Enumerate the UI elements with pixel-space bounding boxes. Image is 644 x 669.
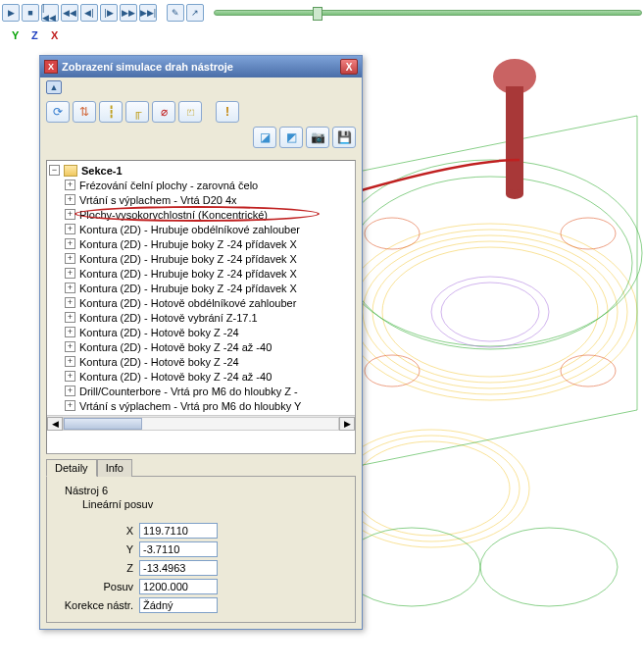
korekce-field[interactable]: [139, 597, 218, 613]
tool2-button[interactable]: ┇: [99, 101, 123, 123]
tree-item-label: Kontura (2D) - Hrubuje boky Z -24 přídav…: [79, 253, 297, 265]
slider-thumb[interactable]: [313, 7, 322, 21]
dialog-titlebar[interactable]: X Zobrazení simulace drah nástroje X: [40, 56, 362, 77]
tree-item[interactable]: +Kontura (2D) - Hotově obdélníkové zahlo…: [47, 295, 353, 310]
tool4-button[interactable]: ⌀: [152, 101, 175, 123]
tree-item[interactable]: +Drill/Counterbore - Vrtá pro M6 do hlou…: [47, 384, 353, 398]
tree-item[interactable]: +Kontura (2D) - Hrubuje boky Z -24 přída…: [47, 281, 353, 295]
expander-icon[interactable]: +: [65, 209, 75, 220]
expander-icon[interactable]: +: [65, 194, 75, 205]
toolpath-wireframe: [333, 57, 644, 669]
step-back-button[interactable]: ◀|: [80, 4, 98, 22]
detail-tabs: Detaily Info: [46, 458, 356, 476]
expander-icon[interactable]: +: [65, 238, 75, 249]
expander-icon[interactable]: +: [65, 386, 75, 396]
expander-icon[interactable]: +: [65, 312, 75, 323]
tree-root-row[interactable]: − Sekce-1: [47, 163, 353, 178]
tab-detaily[interactable]: Detaily: [46, 459, 97, 477]
operation-tree[interactable]: − Sekce-1 +Frézování čelní plochy - zaro…: [46, 160, 356, 454]
tree-item[interactable]: +Kontura (2D) - Hotově boky Z -24: [47, 354, 353, 369]
scroll-left-button[interactable]: ◀: [47, 417, 63, 431]
y-field[interactable]: [139, 541, 218, 557]
axis-y-label: Y: [12, 29, 19, 41]
expander-icon[interactable]: +: [65, 371, 75, 382]
svg-point-4: [382, 247, 598, 377]
first-button[interactable]: |◀◀: [41, 4, 59, 22]
rewind-button[interactable]: ◀◀: [61, 4, 78, 22]
expander-icon[interactable]: +: [65, 180, 75, 190]
step-fwd-button[interactable]: |▶: [100, 4, 118, 22]
folder-icon: [64, 165, 77, 177]
playback-slider[interactable]: [214, 10, 642, 16]
tool5-button[interactable]: ⏍: [178, 101, 202, 123]
svg-rect-19: [506, 86, 523, 194]
rollup-bar: ▲: [40, 77, 362, 97]
posuv-label: Posuv: [55, 581, 133, 592]
tree-item-label: Kontura (2D) - Hrubuje boky Z -24 přídav…: [79, 268, 297, 280]
tree-item-label: Kontura (2D) - Hotově boky Z -24: [79, 356, 239, 368]
expander-icon[interactable]: +: [65, 400, 75, 411]
tree-item[interactable]: +Plochy-vysokorychlostní (Koncentrické): [47, 207, 353, 222]
tree-item-label: Kontura (2D) - Hotově boky Z -24 až -40: [79, 371, 272, 383]
tree-item-label: Kontura (2D) - Hrubuje boky Z -24 přídav…: [79, 283, 297, 294]
tab-info[interactable]: Info: [97, 459, 132, 477]
tool-indicator: [490, 57, 539, 204]
x-field[interactable]: [139, 523, 218, 539]
posuv-field[interactable]: [139, 579, 218, 594]
tree-item-label: Vrtání s výplachem - Vrtá D20 4x: [79, 194, 237, 206]
expander-icon[interactable]: +: [65, 283, 75, 293]
tree-item[interactable]: +Vrtání s výplachem - Vrtá pro M6 do hlo…: [47, 398, 353, 413]
axis-z-label: Z: [31, 29, 38, 41]
fast-fwd-button[interactable]: ▶▶: [120, 4, 137, 22]
scroll-track[interactable]: [63, 417, 339, 431]
svg-point-10: [343, 528, 480, 606]
scroll-right-button[interactable]: ▶: [339, 417, 355, 431]
tree-item[interactable]: +Kontura (2D) - Hotově boky Z -24: [47, 325, 353, 339]
last-button[interactable]: ▶▶|: [139, 4, 157, 22]
tree-item[interactable]: +Kontura (2D) - Hrubuje boky Z -24 přída…: [47, 266, 353, 281]
z-field[interactable]: [139, 560, 218, 576]
expander-icon[interactable]: +: [65, 297, 75, 308]
tree-item[interactable]: +Frézování čelní plochy - zarovná čelo: [47, 178, 353, 192]
tree-item[interactable]: +Kontura (2D) - Hrubuje obdélníkové zahl…: [47, 222, 353, 236]
snapshot-button[interactable]: 📷: [306, 127, 329, 148]
save-button[interactable]: 💾: [332, 127, 356, 148]
edit-button-1[interactable]: ✎: [167, 4, 184, 22]
svg-point-7: [353, 441, 510, 536]
tree-item[interactable]: +Kontura (2D) - Hotově boky Z -24 až -40: [47, 339, 353, 354]
tree-item[interactable]: +Kontura (2D) - Hotově boky Z -24 až -40: [47, 369, 353, 384]
expander-icon[interactable]: +: [65, 341, 75, 352]
simulation-dialog: X Zobrazení simulace drah nástroje X ▲ ⟳…: [39, 55, 363, 630]
tree-item-label: Kontura (2D) - Hotově boky Z -24 až -40: [79, 341, 272, 353]
rollup-button[interactable]: ▲: [46, 80, 62, 94]
expander-icon[interactable]: +: [65, 327, 75, 337]
motion-line: Lineární posuv: [82, 498, 337, 510]
svg-point-16: [431, 277, 549, 347]
svg-point-17: [441, 283, 539, 341]
tree-item[interactable]: +Kontura (2D) - Hrubuje boky Z -24 přída…: [47, 236, 353, 251]
expander-icon[interactable]: +: [65, 224, 75, 234]
tree-item[interactable]: +Kontura (2D) - Hotově vybrání Z-17.1: [47, 310, 353, 325]
tool1-button[interactable]: ⇅: [73, 101, 96, 123]
tree-root-label: Sekce-1: [81, 165, 123, 177]
expander-icon[interactable]: +: [65, 356, 75, 367]
edit-button-2[interactable]: ↗: [186, 4, 204, 22]
expander-icon[interactable]: −: [49, 165, 60, 176]
expander-icon[interactable]: +: [65, 253, 75, 264]
expander-icon[interactable]: +: [65, 268, 75, 279]
play-button[interactable]: ▶: [2, 4, 20, 22]
tool3-button[interactable]: ╓: [125, 101, 149, 123]
tree-item[interactable]: +Vrtání s výplachem - Vrtá D20 4x: [47, 192, 353, 207]
warn-button[interactable]: !: [216, 101, 239, 123]
check2-button[interactable]: ◩: [279, 127, 303, 148]
tree-item[interactable]: +Kontura (2D) - Hrubuje boky Z -24 přída…: [47, 251, 353, 266]
close-button[interactable]: X: [340, 59, 358, 75]
check1-button[interactable]: ◪: [253, 127, 276, 148]
tree-h-scrollbar[interactable]: ◀ ▶: [47, 415, 355, 431]
refresh-button[interactable]: ⟳: [46, 101, 70, 123]
stop-button[interactable]: ■: [22, 4, 39, 22]
tree-item-label: Plochy-vysokorychlostní (Koncentrické): [79, 209, 268, 221]
details-panel: Nástroj 6 Lineární posuv X Y Z Posuv Kor…: [46, 476, 356, 623]
tree-item-label: Frézování čelní plochy - zarovná čelo: [79, 180, 258, 191]
scroll-thumb[interactable]: [64, 418, 142, 430]
